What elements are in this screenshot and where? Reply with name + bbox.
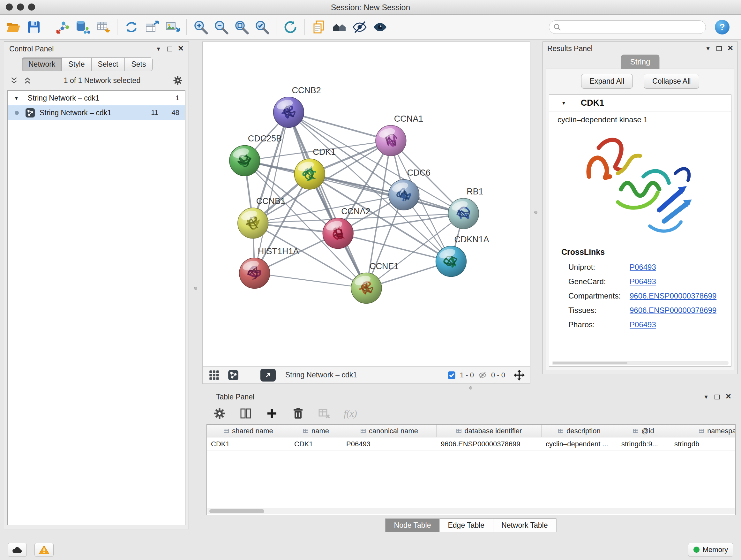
collection-count-col2: 1 bbox=[158, 94, 179, 102]
eye-hidden-icon[interactable] bbox=[478, 370, 487, 380]
cloud-button[interactable] bbox=[8, 543, 27, 557]
copy-document-button[interactable] bbox=[309, 17, 329, 37]
tab-select[interactable]: Select bbox=[91, 57, 125, 71]
zoom-selected-button[interactable] bbox=[252, 17, 272, 37]
import-table-button[interactable] bbox=[93, 17, 113, 37]
network-tree: ▼ String Network – cdk1 1 String Network… bbox=[7, 90, 185, 525]
export-image-button[interactable] bbox=[162, 17, 183, 37]
network-view[interactable]: CCNB2CCNA1CDC25BCDK1CDC6RB1CCNB1CCNA2CDK… bbox=[202, 42, 530, 367]
vertical-splitter-handle-right[interactable] bbox=[534, 211, 537, 214]
string-app-button[interactable] bbox=[227, 369, 240, 381]
crosslink-genecard[interactable]: P06493 bbox=[630, 277, 656, 286]
checkbox-checked-icon[interactable] bbox=[447, 371, 456, 380]
table-horizontal-scrollbar[interactable] bbox=[207, 508, 735, 514]
tab-node-table[interactable]: Node Table bbox=[386, 518, 440, 532]
import-network-database-button[interactable] bbox=[72, 17, 93, 37]
memory-button[interactable]: Memory bbox=[688, 543, 733, 557]
node-label: CDKN1A bbox=[454, 235, 489, 244]
crosslink-tissues[interactable]: 9606.ENSP00000378699 bbox=[630, 306, 717, 315]
crosslink-uniprot[interactable]: P06493 bbox=[630, 263, 656, 272]
clone-network-button[interactable] bbox=[121, 17, 142, 37]
table-toolbar: f(x) bbox=[206, 403, 736, 424]
gene-card-header[interactable]: ▼ CDK1 bbox=[549, 95, 731, 111]
panel-menu-icon[interactable]: ▼ bbox=[156, 46, 161, 52]
tab-network-table[interactable]: Network Table bbox=[493, 518, 556, 532]
network-collection-row[interactable]: ▼ String Network – cdk1 1 bbox=[8, 91, 185, 105]
clone-network-icon bbox=[124, 19, 139, 35]
tab-string[interactable]: String bbox=[621, 55, 660, 69]
column-type-icon bbox=[223, 428, 229, 434]
column-header-canonical-name[interactable]: canonical name bbox=[342, 425, 436, 437]
open-session-button[interactable] bbox=[3, 17, 23, 37]
table-tabs: Node Table Edge Table Network Table bbox=[386, 518, 556, 532]
delete-table-button[interactable] bbox=[318, 407, 331, 420]
export-table-button[interactable] bbox=[142, 17, 162, 37]
expand-all-icon[interactable] bbox=[23, 76, 31, 84]
table-settings-button[interactable] bbox=[213, 407, 226, 420]
network-canvas[interactable]: CCNB2CCNA1CDC25BCDK1CDC6RB1CCNB1CCNA2CDK… bbox=[203, 42, 530, 366]
gear-icon[interactable] bbox=[173, 75, 183, 85]
expand-all-button[interactable]: Expand All bbox=[581, 74, 633, 89]
collapse-all-button[interactable]: Collapse All bbox=[644, 74, 699, 89]
toolbar-separator bbox=[250, 369, 250, 381]
column-header-id[interactable]: @id bbox=[617, 425, 670, 437]
move-crosshair-icon[interactable] bbox=[514, 369, 525, 381]
collapse-all-icon[interactable] bbox=[10, 76, 18, 84]
tree-caret-icon[interactable]: ▼ bbox=[14, 96, 19, 101]
save-session-button[interactable] bbox=[23, 17, 44, 37]
column-header-database-identifier[interactable]: database identifier bbox=[436, 425, 542, 437]
show-columns-button[interactable] bbox=[239, 407, 253, 420]
control-panel: Control Panel ▼ × Network Style Select S… bbox=[4, 42, 189, 530]
network-row-selected[interactable]: String Network – cdk1 11 48 bbox=[8, 105, 185, 120]
zoom-in-button[interactable] bbox=[191, 17, 211, 37]
gene-card-caret-icon[interactable]: ▼ bbox=[561, 100, 566, 106]
column-header-namespace[interactable]: namespace bbox=[670, 425, 736, 437]
show-all-button[interactable] bbox=[370, 17, 390, 37]
network-label: String Network – cdk1 bbox=[40, 109, 137, 117]
vertical-splitter-handle[interactable] bbox=[194, 287, 197, 290]
refresh-button[interactable] bbox=[280, 17, 300, 37]
help-button[interactable]: ? bbox=[715, 20, 730, 35]
show-all-icon bbox=[373, 19, 388, 35]
column-header-shared-name[interactable]: shared name bbox=[207, 425, 290, 437]
crosslink-compartments[interactable]: 9606.ENSP00000378699 bbox=[630, 292, 717, 300]
function-builder-button[interactable]: f(x) bbox=[344, 407, 357, 420]
float-panel-icon[interactable] bbox=[167, 47, 172, 51]
crosslinks-title: CrossLinks bbox=[561, 247, 731, 257]
tab-style[interactable]: Style bbox=[62, 57, 91, 71]
add-column-button[interactable] bbox=[265, 407, 279, 420]
network-edge[interactable] bbox=[310, 174, 463, 213]
open-in-window-button[interactable] bbox=[260, 369, 276, 381]
zoom-fit-button[interactable] bbox=[231, 17, 252, 37]
hidden-counts: 0 - 0 bbox=[491, 371, 505, 379]
close-panel-icon[interactable]: × bbox=[726, 392, 731, 401]
delete-column-button[interactable] bbox=[291, 407, 305, 420]
network-edge[interactable] bbox=[288, 112, 366, 288]
search-input[interactable] bbox=[549, 20, 706, 34]
results-horizontal-scrollbar[interactable] bbox=[552, 361, 729, 365]
tab-edge-table[interactable]: Edge Table bbox=[439, 518, 493, 532]
tab-network[interactable]: Network bbox=[22, 57, 62, 71]
float-panel-icon[interactable] bbox=[717, 46, 722, 51]
float-panel-icon[interactable] bbox=[715, 395, 720, 399]
network-edge[interactable] bbox=[255, 273, 366, 288]
horizontal-splitter-handle[interactable] bbox=[469, 386, 472, 389]
close-panel-icon[interactable]: × bbox=[178, 44, 184, 53]
warnings-button[interactable] bbox=[35, 543, 54, 557]
grid-view-button[interactable] bbox=[208, 369, 220, 381]
table-row[interactable]: CDK1 CDK1 P06493 9606.ENSP00000378699 cy… bbox=[207, 437, 735, 451]
zoom-out-button[interactable] bbox=[211, 17, 231, 37]
column-header-description[interactable]: description bbox=[542, 425, 617, 437]
tab-sets[interactable]: Sets bbox=[125, 57, 152, 71]
scrollbar-thumb[interactable] bbox=[209, 509, 264, 513]
hide-selected-button[interactable] bbox=[349, 17, 370, 37]
crosslink-pharos[interactable]: P06493 bbox=[630, 320, 656, 329]
warning-icon bbox=[39, 545, 50, 555]
close-panel-icon[interactable]: × bbox=[728, 44, 733, 53]
homes-button[interactable] bbox=[329, 17, 349, 37]
column-header-name[interactable]: name bbox=[290, 425, 342, 437]
panel-menu-icon[interactable]: ▼ bbox=[705, 46, 711, 51]
homes-icon bbox=[332, 19, 347, 35]
panel-menu-icon[interactable]: ▼ bbox=[703, 394, 709, 400]
import-network-button[interactable] bbox=[52, 17, 72, 37]
